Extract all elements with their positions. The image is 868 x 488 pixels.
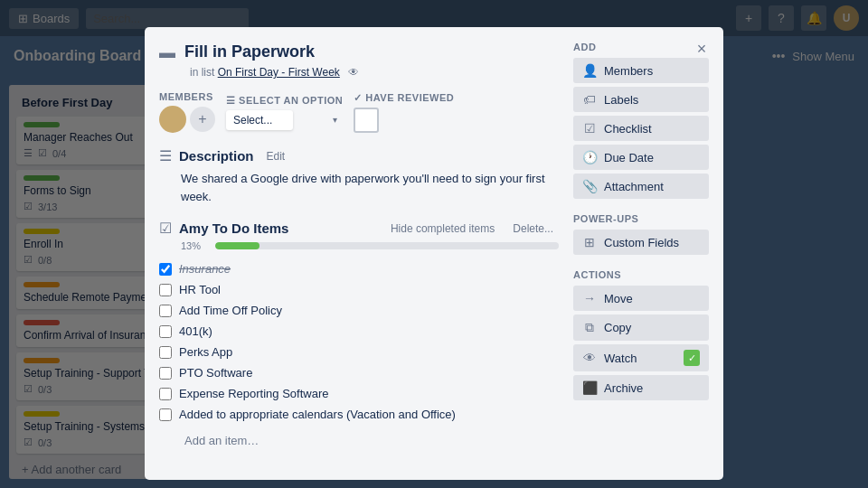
custom-fields-btn-label: Custom Fields (604, 236, 679, 249)
modal-title: Fill in Paperwork (184, 42, 315, 62)
person-icon: 👤 (582, 63, 597, 78)
move-btn-label: Move (604, 292, 633, 305)
checklist-section: ☑ Amy To Do Items Hide completed items D… (159, 220, 559, 451)
clock-icon: 🕐 (582, 150, 597, 164)
label-icon: 🏷 (582, 92, 597, 107)
description-title: Description (179, 148, 254, 164)
checklist-header-row: ☑ Amy To Do Items Hide completed items D… (159, 220, 559, 237)
attachment-button[interactable]: 📎 Attachment (573, 174, 709, 199)
card-icon: ▬ (159, 43, 175, 62)
progress-percentage: 13% (181, 240, 208, 251)
archive-icon: ⬛ (582, 380, 597, 395)
checklist-items: Insurance HR Tool Add Time Off Policy 40… (159, 258, 559, 425)
watch-active-check: ✓ (684, 350, 700, 366)
reviewed-checkbox[interactable] (354, 108, 379, 133)
description-edit-button[interactable]: Edit (261, 148, 291, 164)
checklist-item-text: HR Tool (179, 283, 221, 296)
due-date-button[interactable]: 🕐 Due Date (573, 145, 709, 170)
labels-btn-label: Labels (604, 93, 638, 107)
member-avatars: + (159, 106, 215, 133)
select-label-text: SELECT AN OPTION (239, 95, 343, 106)
power-ups-label: POWER-UPS (573, 213, 709, 224)
select-option-section: ☰ SELECT AN OPTION Select... Option 1 Op… (226, 95, 343, 130)
checklist-item-text: PTO Software (179, 366, 252, 380)
hide-completed-button[interactable]: Hide completed items (385, 221, 500, 237)
progress-bar-background (215, 242, 559, 249)
description-icon: ☰ (159, 147, 172, 164)
custom-fields-icon: ⊞ (582, 235, 597, 249)
description-section: ☰ Description Edit We shared a Google dr… (159, 147, 559, 205)
checklist-item: Expense Reporting Software (159, 383, 559, 404)
checklist-checkbox[interactable] (159, 346, 172, 359)
select-dropdown[interactable]: Select... Option 1 Option 2 (226, 110, 293, 130)
power-ups-section: POWER-UPS ⊞ Custom Fields (573, 213, 709, 255)
members-label: MEMBERS (159, 91, 215, 102)
checklist-checkbox[interactable] (159, 367, 172, 380)
custom-fields-button[interactable]: ⊞ Custom Fields (573, 230, 709, 255)
archive-button[interactable]: ⬛ Archive (573, 375, 709, 400)
checklist-add-icon: ☑ (582, 121, 597, 136)
checklist-item: Add Time Off Policy (159, 300, 559, 321)
move-icon: → (582, 291, 597, 305)
add-section: ADD 👤 Members 🏷 Labels ☑ Checklist 🕐 Due… (573, 42, 709, 199)
have-reviewed-label: ✓ HAVE REVIEWED (354, 92, 454, 104)
checklist-checkbox[interactable] (159, 305, 172, 317)
due-date-btn-label: Due Date (604, 151, 654, 164)
checklist-title: Amy To Do Items (179, 221, 288, 236)
checklist-checkbox[interactable] (159, 284, 172, 296)
modal-close-button[interactable]: × (689, 36, 714, 61)
checklist-btn-label: Checklist (604, 122, 652, 136)
checklist-item-text: Perks App (179, 345, 232, 359)
delete-checklist-button[interactable]: Delete... (507, 221, 559, 237)
members-button[interactable]: 👤 Members (573, 58, 709, 83)
checklist-item: Added to appropriate calendars (Vacation… (159, 404, 559, 425)
archive-btn-label: Archive (604, 381, 643, 395)
modal-subtitle: in list On First Day - First Week 👁 (184, 66, 559, 79)
select-wrapper: Select... Option 1 Option 2 (226, 110, 343, 130)
progress-bar-fill (215, 242, 259, 249)
checklist-item: Perks App (159, 342, 559, 362)
checklist-title-row: ☑ Amy To Do Items (159, 220, 288, 237)
checklist-item: 401(k) (159, 321, 559, 342)
watch-icon: 👁 (582, 351, 597, 365)
modal-sidebar: ADD 👤 Members 🏷 Labels ☑ Checklist 🕐 Due… (573, 42, 709, 465)
checklist-actions: Hide completed items Delete... (385, 221, 559, 237)
check-icon: ✓ (354, 92, 363, 103)
checklist-item: PTO Software (159, 362, 559, 383)
description-title-row: ☰ Description Edit (159, 147, 559, 164)
checklist-checkbox[interactable] (159, 388, 172, 400)
checklist-checkbox[interactable] (159, 408, 172, 421)
checklist-item-text: 401(k) (179, 324, 212, 338)
add-member-button[interactable]: + (190, 107, 215, 132)
subtitle-prefix: in list (190, 66, 214, 79)
checklist-button[interactable]: ☑ Checklist (573, 116, 709, 141)
copy-button[interactable]: ⧉ Copy (573, 314, 709, 341)
members-btn-label: Members (604, 64, 653, 78)
move-button[interactable]: → Move (573, 286, 709, 311)
watch-button[interactable]: 👁 Watch ✓ (573, 344, 709, 371)
labels-button[interactable]: 🏷 Labels (573, 87, 709, 112)
add-item-row: Add an item… (179, 430, 559, 451)
copy-btn-label: Copy (604, 321, 631, 334)
select-icon: ☰ (226, 95, 236, 106)
modal-overlay[interactable]: ▬ Fill in Paperwork in list On First Day… (0, 0, 868, 488)
have-reviewed-section: ✓ HAVE REVIEWED (354, 92, 454, 133)
checklist-checkbox[interactable] (159, 263, 172, 276)
checklist-icon: ☑ (159, 220, 172, 237)
actions-label: ACTIONS (573, 269, 709, 280)
list-link[interactable]: On First Day - First Week (218, 66, 340, 79)
add-item-button[interactable]: Add an item… (179, 430, 264, 451)
members-section: MEMBERS + (159, 91, 215, 133)
card-modal: ▬ Fill in Paperwork in list On First Day… (145, 27, 723, 480)
checklist-item: Insurance (159, 258, 559, 279)
attachment-btn-label: Attachment (604, 180, 664, 193)
checklist-item-text: Added to appropriate calendars (Vacation… (179, 408, 456, 421)
checklist-checkbox[interactable] (159, 325, 172, 338)
checklist-item-text: Insurance (179, 262, 231, 276)
modal-main-content: ▬ Fill in Paperwork in list On First Day… (159, 42, 573, 465)
checklist-item-text: Add Time Off Policy (179, 304, 282, 317)
copy-icon: ⧉ (582, 320, 597, 335)
modal-title-area: ▬ Fill in Paperwork (159, 42, 559, 62)
watch-btn-label: Watch (604, 352, 637, 365)
checklist-item-text: Expense Reporting Software (179, 387, 328, 400)
